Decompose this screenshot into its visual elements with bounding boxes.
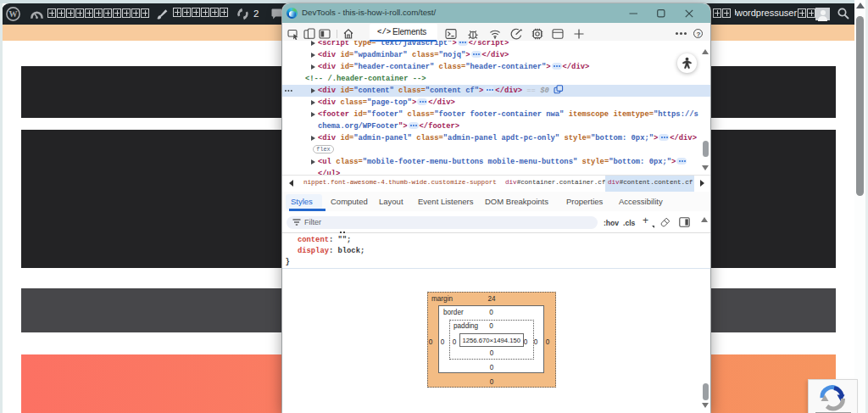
- svg-text:W: W: [9, 9, 18, 19]
